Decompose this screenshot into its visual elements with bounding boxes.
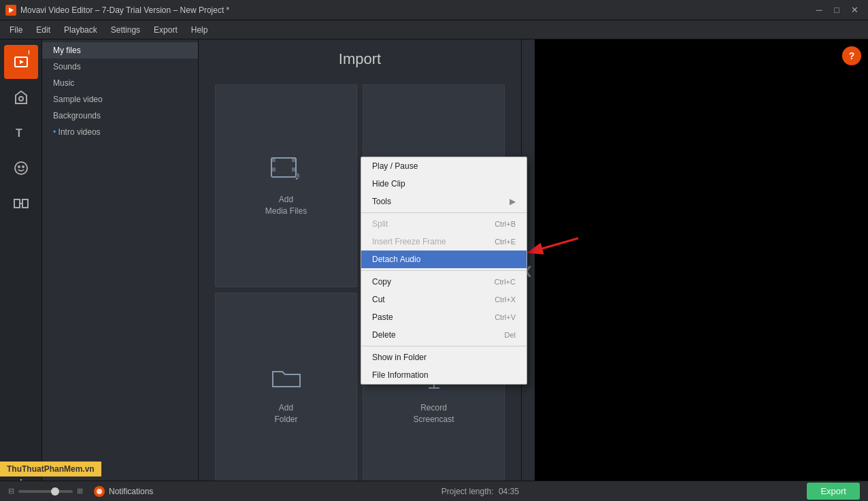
statusbar: ⊟ ⊞ Notifications Project length: 04:35 … xyxy=(0,481,868,501)
notifications-button[interactable]: Notifications xyxy=(94,486,153,497)
nav-music[interactable]: Music xyxy=(42,75,198,91)
ctx-sep-3 xyxy=(361,346,527,346)
ctx-freeze-shortcut: Ctrl+E xyxy=(495,238,516,246)
ctx-hide-clip-label: Hide Clip xyxy=(372,179,405,189)
add-folder-label: AddFolder xyxy=(274,402,297,425)
ctx-copy[interactable]: Copy Ctrl+C xyxy=(361,273,527,291)
ctx-play-pause-label: Play / Pause xyxy=(372,161,418,171)
scale-max-icon: ⊞ xyxy=(77,487,83,496)
svg-marker-2 xyxy=(20,60,24,64)
notification-dot xyxy=(94,486,105,497)
titlebar-left: Movavi Video Editor – 7-Day Trial Versio… xyxy=(5,5,229,16)
watermark: ThuThuatPhanMem.vn xyxy=(0,462,101,476)
import-panel: My files Sounds Music Sample video Backg… xyxy=(42,39,199,501)
svg-rect-19 xyxy=(292,158,296,162)
menu-settings[interactable]: Settings xyxy=(104,22,147,37)
ctx-split-label: Split xyxy=(372,219,388,229)
project-length-label: Project length: xyxy=(441,487,494,496)
film-icon: ♪ xyxy=(270,155,303,189)
ctx-cut-label: Cut xyxy=(372,295,385,304)
app-icon xyxy=(5,5,16,16)
sidebar-media-btn[interactable]: ! xyxy=(4,45,38,79)
ctx-hide-clip[interactable]: Hide Clip xyxy=(361,175,527,193)
sidebar-transitions-btn[interactable] xyxy=(4,187,38,221)
menu-help[interactable]: Help xyxy=(184,22,215,37)
ctx-show-folder[interactable]: Show in Folder xyxy=(361,349,527,366)
ctx-sep-1 xyxy=(361,212,527,213)
add-media-files-card[interactable]: ♪ AddMedia Files xyxy=(215,84,357,287)
nav-backgrounds[interactable]: Backgrounds xyxy=(42,108,198,124)
svg-rect-17 xyxy=(271,158,276,162)
notifications-label: Notifications xyxy=(109,487,153,496)
scale-slider[interactable] xyxy=(18,490,73,493)
ctx-show-folder-label: Show in Folder xyxy=(372,353,427,362)
ctx-tools-label: Tools xyxy=(372,197,391,206)
menu-edit[interactable]: Edit xyxy=(29,22,57,37)
ctx-delete-label: Delete xyxy=(372,330,396,340)
project-length: Project length: 04:35 xyxy=(441,487,519,496)
window-title: Movavi Video Editor – 7-Day Trial Versio… xyxy=(20,5,229,15)
svg-text:♪: ♪ xyxy=(295,169,301,182)
nav-my-files[interactable]: My files xyxy=(42,42,198,59)
notif-badge: ! xyxy=(24,48,34,57)
ctx-file-info-label: File Information xyxy=(372,370,429,380)
ctx-copy-label: Copy xyxy=(372,277,391,287)
sidebar-effects-btn[interactable] xyxy=(4,80,38,114)
ctx-file-info[interactable]: File Information xyxy=(361,366,527,384)
sidebar-titles-btn[interactable]: T xyxy=(4,116,38,150)
ctx-play-pause[interactable]: Play / Pause xyxy=(361,157,527,175)
ctx-freeze-label: Insert Freeze Frame xyxy=(372,237,446,246)
nav-sample-video[interactable]: Sample video xyxy=(42,91,198,108)
nav-intro-videos[interactable]: Intro videos xyxy=(42,124,198,140)
import-title: Import xyxy=(199,39,521,79)
sidebar-stickers-btn[interactable] xyxy=(4,151,38,185)
svg-point-6 xyxy=(18,166,20,167)
preview-area: ? xyxy=(535,39,868,501)
svg-point-3 xyxy=(19,97,23,101)
menu-playback[interactable]: Playback xyxy=(57,22,104,37)
maximize-button[interactable]: □ xyxy=(829,3,845,17)
ctx-detach-audio[interactable]: Detach Audio xyxy=(361,251,527,268)
ctx-paste[interactable]: Paste Ctrl+V xyxy=(361,308,527,326)
svg-text:T: T xyxy=(16,127,22,139)
close-button[interactable]: ✕ xyxy=(846,3,863,17)
minimize-button[interactable]: ─ xyxy=(811,3,827,17)
nav-sounds[interactable]: Sounds xyxy=(42,59,198,75)
titlebar: Movavi Video Editor – 7-Day Trial Versio… xyxy=(0,0,868,20)
import-nav: My files Sounds Music Sample video Backg… xyxy=(42,39,198,143)
left-sidebar: ! T xyxy=(0,39,42,501)
add-media-label: AddMedia Files xyxy=(265,194,307,217)
ctx-copy-shortcut: Ctrl+C xyxy=(495,278,516,286)
help-button[interactable]: ? xyxy=(842,46,861,65)
scale-thumb xyxy=(51,487,59,496)
ctx-paste-shortcut: Ctrl+V xyxy=(495,313,516,321)
svg-point-827 xyxy=(97,489,102,494)
export-button[interactable]: Export xyxy=(807,483,860,500)
ctx-sep-2 xyxy=(361,270,527,271)
add-folder-card[interactable]: AddFolder xyxy=(215,293,357,496)
ctx-delete-shortcut: Del xyxy=(504,331,516,339)
scale-min-icon: ⊟ xyxy=(8,487,14,496)
ctx-cut[interactable]: Cut Ctrl+X xyxy=(361,291,527,308)
ctx-cut-shortcut: Ctrl+X xyxy=(495,295,516,304)
ctx-freeze-frame[interactable]: Insert Freeze Frame Ctrl+E xyxy=(361,233,527,251)
ctx-detach-label: Detach Audio xyxy=(372,255,420,264)
svg-rect-8 xyxy=(14,199,20,208)
menu-file[interactable]: File xyxy=(3,22,29,37)
ctx-split[interactable]: Split Ctrl+B xyxy=(361,215,527,233)
ctx-tools[interactable]: Tools ▶ xyxy=(361,193,527,210)
svg-marker-0 xyxy=(9,7,14,13)
menubar: File Edit Playback Settings Export Help xyxy=(0,20,868,39)
folder-icon xyxy=(270,363,303,397)
svg-point-5 xyxy=(15,162,27,174)
context-menu: Play / Pause Hide Clip Tools ▶ Split Ctr… xyxy=(361,157,527,385)
ctx-split-shortcut: Ctrl+B xyxy=(495,220,516,228)
scale-control: ⊟ ⊞ xyxy=(8,487,83,496)
menu-export[interactable]: Export xyxy=(147,22,184,37)
ctx-tools-arrow: ▶ xyxy=(510,197,516,206)
ctx-paste-label: Paste xyxy=(372,312,393,322)
svg-point-7 xyxy=(22,166,24,167)
window-controls[interactable]: ─ □ ✕ xyxy=(811,3,863,17)
ctx-delete[interactable]: Delete Del xyxy=(361,326,527,344)
record-screencast-label: RecordScreencast xyxy=(413,402,454,425)
